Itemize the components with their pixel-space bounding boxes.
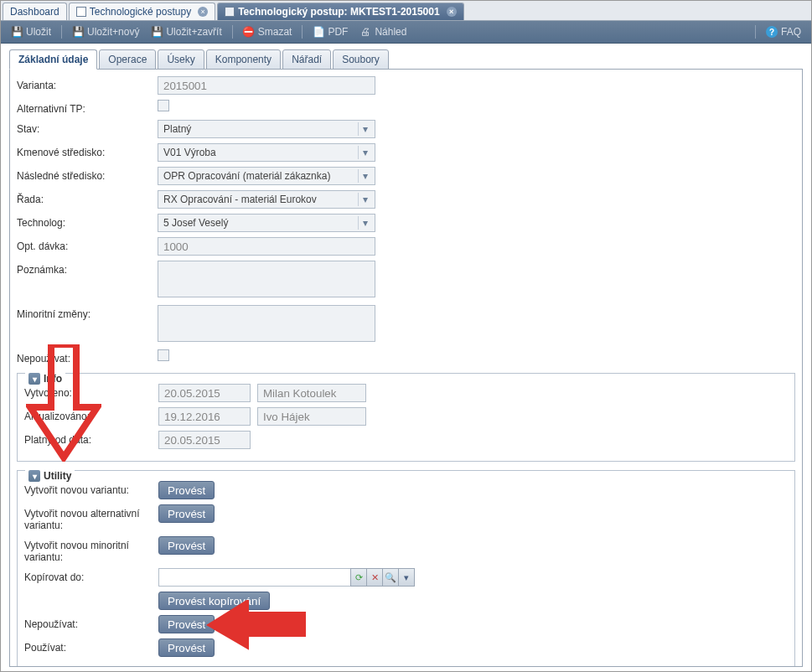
new-alt-button[interactable]: Provést	[158, 504, 215, 523]
pouzivat-label: Používat:	[24, 638, 152, 654]
updated-user-field[interactable]	[257, 407, 366, 426]
status-select[interactable]: Platný ▾	[158, 120, 375, 138]
nepouzivat-button[interactable]: Provést	[158, 615, 215, 633]
tab-dashboard-label: Dashboard	[10, 6, 59, 18]
nepouzivat-label: Nepoužívat:	[24, 615, 152, 630]
save-icon: 💾	[151, 26, 163, 38]
new-variant-button[interactable]: Provést	[158, 481, 215, 499]
collapse-icon[interactable]: ▾	[28, 470, 40, 482]
doc-icon	[76, 7, 86, 17]
pdf-label: PDF	[328, 26, 348, 38]
variant-label: Varianta:	[17, 76, 151, 91]
minor-label: Minoritní změny:	[17, 305, 151, 320]
status-label: Stav:	[17, 120, 151, 135]
pouzivat-button[interactable]: Provést	[158, 638, 215, 657]
tab-sections[interactable]: Úseky	[158, 49, 204, 70]
chevron-down-icon: ▾	[358, 169, 371, 183]
tab-components[interactable]: Komponenty	[206, 49, 281, 70]
alt-tp-checkbox[interactable]	[158, 100, 169, 111]
rada-select[interactable]: RX Opracování - materiál Eurokov ▾	[158, 190, 375, 209]
delete-icon: ⛔	[243, 26, 255, 38]
utility-title: Utility	[44, 470, 71, 482]
pdf-icon: 📄	[313, 26, 324, 38]
copy-exec-button[interactable]: Provést kopírování	[158, 592, 270, 610]
tab-dashboard[interactable]: Dashboard	[3, 3, 67, 20]
rada-value: RX Opracování - materiál Eurokov	[163, 194, 317, 205]
opt-label: Opt. dávka:	[17, 237, 151, 252]
tab-files[interactable]: Soubory	[333, 49, 389, 70]
nasl-label: Následné středisko:	[17, 167, 151, 182]
close-icon[interactable]: ×	[447, 7, 457, 17]
rada-label: Řada:	[17, 190, 151, 205]
new-alt-label: Vytvořit novou alternativní variantu:	[24, 504, 152, 531]
separator	[61, 25, 62, 39]
chevron-down-icon: ▾	[358, 122, 371, 136]
note-label: Poznámka:	[17, 261, 151, 276]
technolog-value: 5 Josef Veselý	[163, 217, 228, 229]
nasl-select[interactable]: OPR Opracování (materiál zákaznka) ▾	[158, 167, 375, 185]
lookup-dropdown-button[interactable]: ▾	[398, 568, 415, 587]
technolog-select[interactable]: 5 Josef Veselý ▾	[158, 214, 375, 232]
kmen-value: V01 Výroba	[163, 147, 216, 158]
content: Základní údaje Operace Úseky Komponenty …	[1, 44, 811, 672]
info-section: ▾ Info Vytvořeno: Aktualizováno:	[17, 373, 795, 462]
inner-tabs: Základní údaje Operace Úseky Komponenty …	[9, 49, 803, 69]
preview-button[interactable]: 🖨 Náhled	[356, 24, 410, 39]
info-title: Info	[44, 373, 62, 385]
chevron-down-icon: ▾	[358, 193, 371, 206]
lookup-clear-button[interactable]: ✕	[366, 568, 383, 587]
toolbar: 💾 Uložit 💾 Uložit+nový 💾 Uložit+zavřít ⛔…	[1, 21, 811, 44]
lookup-refresh-button[interactable]: ⟳	[350, 568, 367, 587]
pdf-button[interactable]: 📄 PDF	[309, 24, 351, 39]
tab-basic[interactable]: Základní údaje	[9, 49, 97, 70]
save-new-label: Uložit+nový	[87, 26, 139, 38]
tab-operations[interactable]: Operace	[99, 49, 156, 70]
copy-label: Kopírovat do:	[24, 568, 152, 583]
collapse-icon[interactable]: ▾	[28, 373, 40, 385]
save-close-button[interactable]: 💾 Uložit+zavřít	[147, 24, 225, 39]
alt-tp-label: Alternativní TP:	[17, 100, 151, 115]
preview-label: Náhled	[375, 26, 406, 38]
tab-tech-list[interactable]: Technologické postupy ×	[69, 3, 215, 20]
faq-button[interactable]: ? FAQ	[763, 24, 804, 39]
save-button[interactable]: 💾 Uložit	[8, 24, 54, 39]
save-new-button[interactable]: 💾 Uložit+nový	[69, 24, 142, 39]
save-icon: 💾	[72, 26, 84, 38]
new-variant-label: Vytvořit novou variantu:	[24, 481, 152, 496]
save-label: Uložit	[26, 26, 51, 38]
form-panel: Varianta: Alternativní TP: Stav: Platný …	[9, 69, 803, 667]
printer-icon: 🖨	[359, 26, 371, 38]
copy-field[interactable]	[158, 568, 351, 587]
separator	[302, 25, 303, 39]
variant-field[interactable]	[158, 76, 375, 95]
minor-textarea[interactable]	[158, 305, 375, 342]
chevron-down-icon: ▾	[358, 146, 371, 159]
faq-label: FAQ	[781, 26, 801, 38]
help-icon: ?	[766, 26, 778, 38]
updated-label: Aktualizováno:	[24, 407, 152, 422]
chevron-down-icon: ▾	[358, 216, 371, 230]
separator	[755, 25, 756, 39]
save-close-label: Uložit+zavřít	[166, 26, 221, 38]
separator	[232, 25, 233, 39]
tab-tech-detail[interactable]: Technologický postup: MKTEST1-2015001 ×	[217, 3, 464, 20]
created-user-field[interactable]	[257, 384, 366, 402]
status-value: Platný	[163, 123, 191, 135]
note-textarea[interactable]	[158, 261, 375, 297]
kmen-select[interactable]: V01 Výroba ▾	[158, 143, 375, 162]
technolog-label: Technolog:	[17, 214, 151, 229]
tab-tech-detail-label: Technologický postup: MKTEST1-2015001	[238, 6, 440, 18]
valid-date-field[interactable]	[158, 431, 251, 449]
nepouzivat-chk-label: Nepoužívat:	[17, 349, 151, 364]
scroll-area[interactable]: Varianta: Alternativní TP: Stav: Platný …	[10, 70, 802, 666]
created-date-field[interactable]	[158, 384, 251, 402]
new-minor-button[interactable]: Provést	[158, 536, 215, 555]
updated-date-field[interactable]	[158, 407, 251, 426]
delete-button[interactable]: ⛔ Smazat	[240, 24, 296, 39]
tab-tools[interactable]: Nářadí	[282, 49, 331, 70]
opt-field[interactable]	[158, 237, 375, 256]
created-label: Vytvořeno:	[24, 384, 152, 399]
close-icon[interactable]: ×	[198, 7, 208, 17]
nepouzivat-checkbox[interactable]	[158, 349, 169, 361]
lookup-search-button[interactable]: 🔍	[382, 568, 399, 587]
